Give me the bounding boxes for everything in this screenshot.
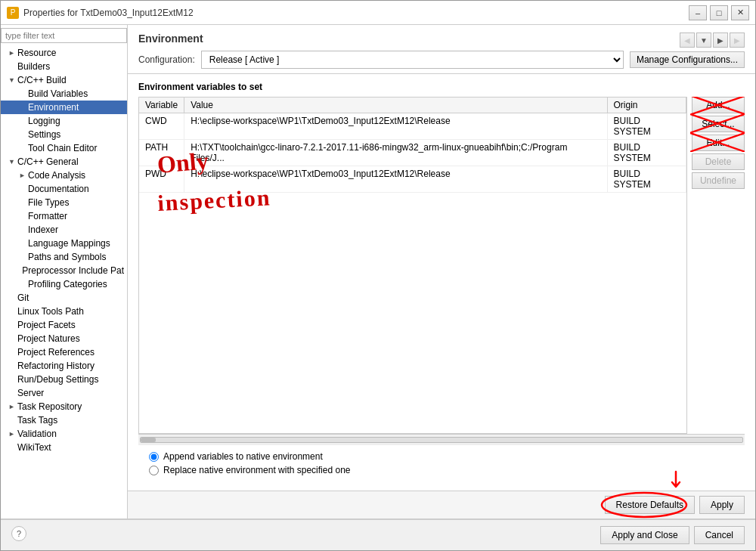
sidebar-item-server[interactable]: Server (1, 386, 127, 400)
properties-dialog: P Properties for TxtDemo03_Input12ExtM12… (0, 0, 756, 551)
nav-dropdown-button[interactable]: ▼ (696, 33, 711, 48)
sidebar-item-label-documentation: Documentation (28, 184, 89, 194)
horizontal-scrollbar[interactable] (138, 434, 745, 444)
sidebar-item-label-file-types: File Types (28, 197, 69, 208)
radio-section: Append variables to native environment R… (138, 444, 745, 483)
table-row[interactable]: PWDH:\eclipse-workspace\WP1\TxtDemo03_In… (139, 166, 686, 193)
table-cell-variable: CWD (139, 113, 184, 140)
env-table: Variable Value Origin CWDH:\eclipse-work… (139, 98, 686, 193)
tree-arrow-icon: ▼ (8, 76, 16, 84)
sidebar-item-label-git: Git (17, 293, 29, 303)
nav-forward-button[interactable]: ▶ (713, 33, 728, 48)
sidebar-item-resource[interactable]: ►Resource (1, 46, 127, 60)
replace-radio[interactable] (149, 466, 159, 475)
sidebar-item-build-variables[interactable]: Build Variables (1, 87, 127, 101)
title-bar-controls: – □ ✕ (689, 5, 749, 20)
table-cell-variable: PATH (139, 140, 184, 166)
sidebar-item-preprocessor-include-pat[interactable]: Preprocessor Include Pat (1, 264, 127, 277)
sidebar-item-label-task-repository: Task Repository (17, 401, 82, 412)
add-btn-wrapper: Add... (692, 97, 745, 113)
sidebar-item-run-debug-settings[interactable]: Run/Debug Settings (1, 373, 127, 386)
sidebar-item-git[interactable]: Git (1, 291, 127, 305)
minimize-button[interactable]: – (689, 5, 707, 20)
sidebar-item-label-cpp-general: C/C++ General (17, 156, 79, 167)
sidebar-item-project-facets[interactable]: Project Facets (1, 318, 127, 332)
sidebar-item-task-repository[interactable]: ►Task Repository (1, 400, 127, 413)
nav-back-button[interactable]: ◀ (680, 33, 695, 48)
sidebar-item-environment[interactable]: Environment (1, 101, 127, 114)
window-icon: P (7, 7, 19, 19)
scroll-thumb[interactable] (141, 438, 156, 442)
sidebar-item-label-code-analysis: Code Analysis (28, 170, 85, 181)
add-button[interactable]: Add... (692, 97, 745, 113)
sidebar-item-label-environment: Environment (28, 102, 79, 113)
header-top: Environment ◀ ▼ ▶ ▶ (138, 33, 745, 51)
sidebar-item-label-settings: Settings (28, 129, 60, 140)
table-cell-value: H:\eclipse-workspace\WP1\TxtDemo03_Input… (184, 166, 607, 193)
config-row: Configuration: Release [ Active ] Manage… (138, 51, 745, 69)
tree-arrow-icon: ► (8, 49, 16, 57)
sidebar-item-label-validation: Validation (17, 429, 57, 439)
sidebar-item-linux-tools-path[interactable]: Linux Tools Path (1, 305, 127, 318)
edit-cross-icon (690, 133, 745, 152)
sidebar-item-wikitext[interactable]: WikiText (1, 441, 127, 454)
sidebar-item-cpp-build[interactable]: ▼C/C++ Build (1, 73, 127, 87)
maximize-button[interactable]: □ (710, 5, 728, 20)
sidebar-item-settings[interactable]: Settings (1, 128, 127, 141)
sidebar-item-refactoring-history[interactable]: Refactoring History (1, 359, 127, 373)
cancel-button[interactable]: Cancel (694, 526, 745, 544)
close-button[interactable]: ✕ (731, 5, 749, 20)
tree-container: ►ResourceBuilders▼C/C++ BuildBuild Varia… (1, 46, 127, 454)
sidebar-item-label-paths-and-symbols: Paths and Symbols (28, 252, 106, 262)
delete-button[interactable]: Delete (692, 153, 745, 170)
sidebar-item-language-mappings[interactable]: Language Mappings (1, 237, 127, 250)
sidebar-item-documentation[interactable]: Documentation (1, 182, 127, 196)
sidebar-item-label-formatter: Formatter (28, 211, 67, 221)
sidebar-item-project-natures[interactable]: Project Natures (1, 332, 127, 345)
table-body: CWDH:\eclipse-workspace\WP1\TxtDemo03_In… (139, 113, 686, 193)
sidebar-item-label-builders: Builders (17, 61, 50, 72)
sidebar-item-label-resource: Resource (17, 48, 56, 58)
table-row[interactable]: CWDH:\eclipse-workspace\WP1\TxtDemo03_In… (139, 113, 686, 140)
tree-arrow-icon: ► (19, 172, 26, 179)
table-row[interactable]: PATHH:\TXT\toolchain\gcc-linaro-7.2.1-20… (139, 140, 686, 166)
append-radio-label: Append variables to native environment (163, 451, 323, 462)
select-btn-wrapper: Select... (692, 116, 745, 132)
content-area: ►ResourceBuilders▼C/C++ BuildBuild Varia… (1, 25, 755, 518)
help-button[interactable]: ? (11, 526, 26, 541)
sidebar-item-project-references[interactable]: Project References (1, 345, 127, 359)
table-cell-origin: BUILD SYSTEM (607, 113, 686, 140)
nav-forward2-button[interactable]: ▶ (730, 33, 745, 48)
sidebar-item-task-tags[interactable]: Task Tags (1, 413, 127, 427)
table-cell-origin: BUILD SYSTEM (607, 140, 686, 166)
sidebar-item-label-run-debug-settings: Run/Debug Settings (17, 374, 98, 385)
apply-button[interactable]: Apply (699, 496, 745, 514)
sidebar-item-tool-chain-editor[interactable]: Tool Chain Editor (1, 141, 127, 155)
sidebar-item-formatter[interactable]: Formatter (1, 209, 127, 223)
sidebar-item-code-analysis[interactable]: ►Code Analysis (1, 169, 127, 182)
manage-configurations-button[interactable]: Manage Configurations... (630, 51, 745, 68)
sidebar-item-indexer[interactable]: Indexer (1, 223, 127, 237)
sidebar-item-label-language-mappings: Language Mappings (28, 238, 110, 249)
apply-close-button[interactable]: Apply and Close (600, 526, 689, 544)
sidebar-item-profiling-categories[interactable]: Profiling Categories (1, 277, 127, 291)
append-radio[interactable] (149, 452, 159, 462)
nav-arrows: ◀ ▼ ▶ ▶ (680, 33, 745, 48)
col-origin: Origin (607, 98, 686, 113)
sidebar-item-validation[interactable]: ►Validation (1, 427, 127, 441)
sidebar-item-cpp-general[interactable]: ▼C/C++ General (1, 155, 127, 169)
sidebar-item-label-logging: Logging (28, 116, 60, 126)
sidebar-item-builders[interactable]: Builders (1, 60, 127, 73)
sidebar-item-file-types[interactable]: File Types (1, 196, 127, 209)
tree-arrow-icon: ► (8, 403, 16, 410)
sidebar-item-label-profiling-categories: Profiling Categories (28, 279, 107, 289)
config-select[interactable]: Release [ Active ] (201, 51, 624, 69)
dialog-footer: ? Apply and Close Cancel (1, 518, 755, 550)
sidebar-item-label-build-variables: Build Variables (28, 88, 88, 99)
sidebar-item-logging[interactable]: Logging (1, 114, 127, 128)
filter-input[interactable] (1, 28, 127, 43)
restore-defaults-button[interactable]: Restore Defaults (605, 496, 695, 514)
sidebar-item-paths-and-symbols[interactable]: Paths and Symbols (1, 250, 127, 264)
sidebar-item-label-project-natures: Project Natures (17, 333, 80, 344)
undefine-button[interactable]: Undefine (692, 172, 745, 189)
